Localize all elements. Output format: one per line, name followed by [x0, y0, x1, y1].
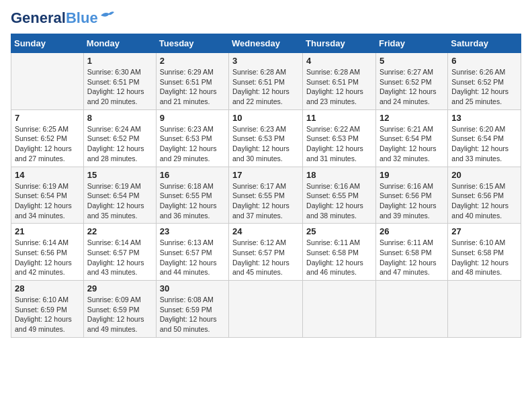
day-number: 10 [232, 113, 299, 123]
calendar-cell: 30Sunrise: 6:08 AM Sunset: 6:59 PM Dayli… [156, 281, 228, 338]
day-info: Sunrise: 6:12 AM Sunset: 6:57 PM Dayligh… [232, 238, 290, 276]
day-number: 24 [232, 226, 299, 236]
calendar-cell: 27Sunrise: 6:10 AM Sunset: 6:58 PM Dayli… [448, 224, 521, 281]
day-number: 5 [380, 56, 444, 66]
day-number: 2 [160, 56, 225, 66]
calendar-cell: 15Sunrise: 6:19 AM Sunset: 6:54 PM Dayli… [83, 167, 156, 224]
calendar-cell: 9Sunrise: 6:23 AM Sunset: 6:53 PM Daylig… [156, 109, 228, 167]
calendar-cell: 7Sunrise: 6:25 AM Sunset: 6:52 PM Daylig… [11, 109, 84, 167]
day-number: 6 [451, 56, 517, 66]
day-number: 1 [87, 56, 152, 66]
calendar-cell: 29Sunrise: 6:09 AM Sunset: 6:59 PM Dayli… [83, 281, 156, 338]
calendar-week-row: 28Sunrise: 6:10 AM Sunset: 6:59 PM Dayli… [11, 281, 521, 338]
day-info: Sunrise: 6:13 AM Sunset: 6:57 PM Dayligh… [160, 238, 217, 276]
calendar-cell: 3Sunrise: 6:28 AM Sunset: 6:51 PM Daylig… [229, 53, 303, 110]
day-info: Sunrise: 6:26 AM Sunset: 6:52 PM Dayligh… [451, 68, 508, 105]
weekday-header: Tuesday [156, 34, 228, 53]
day-info: Sunrise: 6:11 AM Sunset: 6:58 PM Dayligh… [380, 238, 437, 276]
day-number: 8 [87, 113, 152, 123]
calendar-cell: 12Sunrise: 6:21 AM Sunset: 6:54 PM Dayli… [375, 109, 447, 167]
day-info: Sunrise: 6:18 AM Sunset: 6:55 PM Dayligh… [160, 182, 217, 220]
page-header: GeneralBlue [11, 11, 521, 26]
day-number: 7 [15, 113, 80, 123]
day-info: Sunrise: 6:25 AM Sunset: 6:52 PM Dayligh… [15, 125, 72, 163]
calendar-cell: 21Sunrise: 6:14 AM Sunset: 6:56 PM Dayli… [11, 224, 84, 281]
calendar-cell: 24Sunrise: 6:12 AM Sunset: 6:57 PM Dayli… [229, 224, 303, 281]
day-number: 23 [160, 226, 225, 236]
calendar-week-row: 14Sunrise: 6:19 AM Sunset: 6:54 PM Dayli… [11, 167, 521, 224]
day-number: 25 [306, 226, 372, 236]
calendar-cell: 20Sunrise: 6:15 AM Sunset: 6:56 PM Dayli… [448, 167, 521, 224]
day-info: Sunrise: 6:10 AM Sunset: 6:59 PM Dayligh… [15, 295, 72, 333]
weekday-header: Monday [83, 34, 156, 53]
day-info: Sunrise: 6:19 AM Sunset: 6:54 PM Dayligh… [87, 182, 144, 220]
weekday-header: Friday [375, 34, 447, 53]
calendar-cell: 22Sunrise: 6:14 AM Sunset: 6:57 PM Dayli… [83, 224, 156, 281]
calendar-cell: 2Sunrise: 6:29 AM Sunset: 6:51 PM Daylig… [156, 53, 228, 110]
day-info: Sunrise: 6:29 AM Sunset: 6:51 PM Dayligh… [160, 68, 217, 105]
calendar-cell: 8Sunrise: 6:24 AM Sunset: 6:52 PM Daylig… [83, 109, 156, 167]
day-info: Sunrise: 6:21 AM Sunset: 6:54 PM Dayligh… [380, 125, 437, 163]
weekday-header: Saturday [448, 34, 521, 53]
weekday-header: Sunday [11, 34, 84, 53]
calendar-cell: 14Sunrise: 6:19 AM Sunset: 6:54 PM Dayli… [11, 167, 84, 224]
day-info: Sunrise: 6:20 AM Sunset: 6:54 PM Dayligh… [451, 125, 508, 163]
calendar-cell: 5Sunrise: 6:27 AM Sunset: 6:52 PM Daylig… [375, 53, 447, 110]
day-info: Sunrise: 6:08 AM Sunset: 6:59 PM Dayligh… [160, 295, 217, 333]
day-info: Sunrise: 6:09 AM Sunset: 6:59 PM Dayligh… [87, 295, 144, 333]
calendar-cell: 28Sunrise: 6:10 AM Sunset: 6:59 PM Dayli… [11, 281, 84, 338]
calendar-cell [229, 281, 303, 338]
calendar-cell: 6Sunrise: 6:26 AM Sunset: 6:52 PM Daylig… [448, 53, 521, 110]
day-number: 11 [306, 113, 372, 123]
day-number: 3 [232, 56, 299, 66]
day-info: Sunrise: 6:14 AM Sunset: 6:56 PM Dayligh… [15, 238, 72, 276]
day-info: Sunrise: 6:27 AM Sunset: 6:52 PM Dayligh… [380, 68, 437, 105]
day-number: 9 [160, 113, 225, 123]
day-info: Sunrise: 6:28 AM Sunset: 6:51 PM Dayligh… [306, 68, 363, 105]
day-info: Sunrise: 6:14 AM Sunset: 6:57 PM Dayligh… [87, 238, 144, 276]
day-info: Sunrise: 6:30 AM Sunset: 6:51 PM Dayligh… [87, 68, 144, 105]
day-number: 29 [87, 283, 152, 293]
calendar-body: 1Sunrise: 6:30 AM Sunset: 6:51 PM Daylig… [11, 53, 521, 338]
day-number: 15 [87, 170, 152, 180]
calendar-week-row: 7Sunrise: 6:25 AM Sunset: 6:52 PM Daylig… [11, 109, 521, 167]
calendar-cell: 18Sunrise: 6:16 AM Sunset: 6:55 PM Dayli… [303, 167, 376, 224]
day-number: 22 [87, 226, 152, 236]
day-number: 17 [232, 170, 299, 180]
weekday-header: Thursday [303, 34, 376, 53]
calendar-cell: 17Sunrise: 6:17 AM Sunset: 6:55 PM Dayli… [229, 167, 303, 224]
day-number: 19 [380, 170, 444, 180]
calendar-cell: 13Sunrise: 6:20 AM Sunset: 6:54 PM Dayli… [448, 109, 521, 167]
calendar-cell: 10Sunrise: 6:23 AM Sunset: 6:53 PM Dayli… [229, 109, 303, 167]
calendar-cell [448, 281, 521, 338]
day-info: Sunrise: 6:11 AM Sunset: 6:58 PM Dayligh… [306, 238, 363, 276]
calendar-cell: 19Sunrise: 6:16 AM Sunset: 6:56 PM Dayli… [375, 167, 447, 224]
calendar-week-row: 1Sunrise: 6:30 AM Sunset: 6:51 PM Daylig… [11, 53, 521, 110]
day-number: 4 [306, 56, 372, 66]
calendar-cell [303, 281, 376, 338]
day-number: 12 [380, 113, 444, 123]
logo-bird-icon [99, 10, 114, 21]
day-number: 20 [451, 170, 517, 180]
day-info: Sunrise: 6:23 AM Sunset: 6:53 PM Dayligh… [232, 125, 290, 163]
calendar-cell: 26Sunrise: 6:11 AM Sunset: 6:58 PM Dayli… [375, 224, 447, 281]
day-info: Sunrise: 6:23 AM Sunset: 6:53 PM Dayligh… [160, 125, 217, 163]
calendar-cell: 1Sunrise: 6:30 AM Sunset: 6:51 PM Daylig… [83, 53, 156, 110]
calendar-cell: 4Sunrise: 6:28 AM Sunset: 6:51 PM Daylig… [303, 53, 376, 110]
logo-text: GeneralBlue [11, 11, 98, 26]
day-number: 13 [451, 113, 517, 123]
day-info: Sunrise: 6:17 AM Sunset: 6:55 PM Dayligh… [232, 182, 290, 220]
calendar-table: SundayMondayTuesdayWednesdayThursdayFrid… [11, 34, 521, 338]
calendar-cell: 11Sunrise: 6:22 AM Sunset: 6:53 PM Dayli… [303, 109, 376, 167]
calendar-cell: 16Sunrise: 6:18 AM Sunset: 6:55 PM Dayli… [156, 167, 228, 224]
day-number: 27 [451, 226, 517, 236]
day-info: Sunrise: 6:28 AM Sunset: 6:51 PM Dayligh… [232, 68, 290, 105]
weekday-header: Wednesday [229, 34, 303, 53]
day-info: Sunrise: 6:24 AM Sunset: 6:52 PM Dayligh… [87, 125, 144, 163]
calendar-cell: 23Sunrise: 6:13 AM Sunset: 6:57 PM Dayli… [156, 224, 228, 281]
day-number: 28 [15, 283, 80, 293]
calendar-header-row: SundayMondayTuesdayWednesdayThursdayFrid… [11, 34, 521, 53]
day-info: Sunrise: 6:16 AM Sunset: 6:56 PM Dayligh… [380, 182, 437, 220]
day-number: 18 [306, 170, 372, 180]
day-number: 16 [160, 170, 225, 180]
